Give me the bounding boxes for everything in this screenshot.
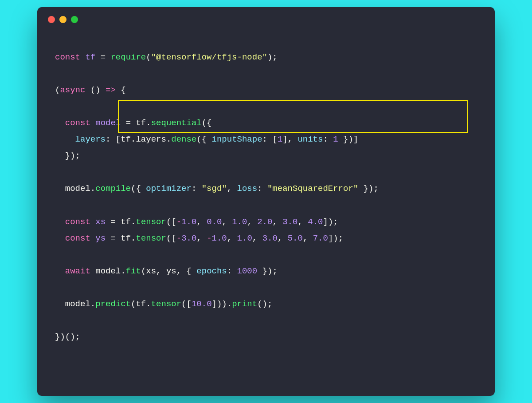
minimize-icon[interactable] — [59, 16, 66, 23]
canvas: const tf = require("@tensorflow/tfjs-nod… — [0, 0, 532, 403]
code-line: const model = tf.sequential({ — [55, 118, 212, 128]
code-line: layers: [tf.layers.dense({ inputShape: [… — [55, 134, 358, 144]
code-line: model.compile({ optimizer: "sgd", loss: … — [55, 184, 379, 194]
code-line: const tf = require("@tensorflow/tfjs-nod… — [55, 52, 278, 62]
code-line: const ys = tf.tensor([-3.0, -1.0, 1.0, 3… — [55, 233, 343, 243]
code-window: const tf = require("@tensorflow/tfjs-nod… — [37, 7, 495, 396]
code-line: const xs = tf.tensor([-1.0, 0.0, 1.0, 2.… — [55, 217, 338, 227]
code-line: await model.fit(xs, ys, { epochs: 1000 }… — [55, 266, 278, 276]
window-titlebar — [37, 7, 495, 28]
code-block: const tf = require("@tensorflow/tfjs-nod… — [37, 28, 495, 383]
maximize-icon[interactable] — [71, 16, 78, 23]
code-line: model.predict(tf.tensor([10.0])).print()… — [55, 299, 272, 309]
code-line: }); — [55, 151, 80, 161]
close-icon[interactable] — [48, 16, 55, 23]
highlight-annotation — [118, 100, 468, 133]
code-line: (async () => { — [55, 85, 126, 95]
code-line: })(); — [55, 332, 80, 342]
